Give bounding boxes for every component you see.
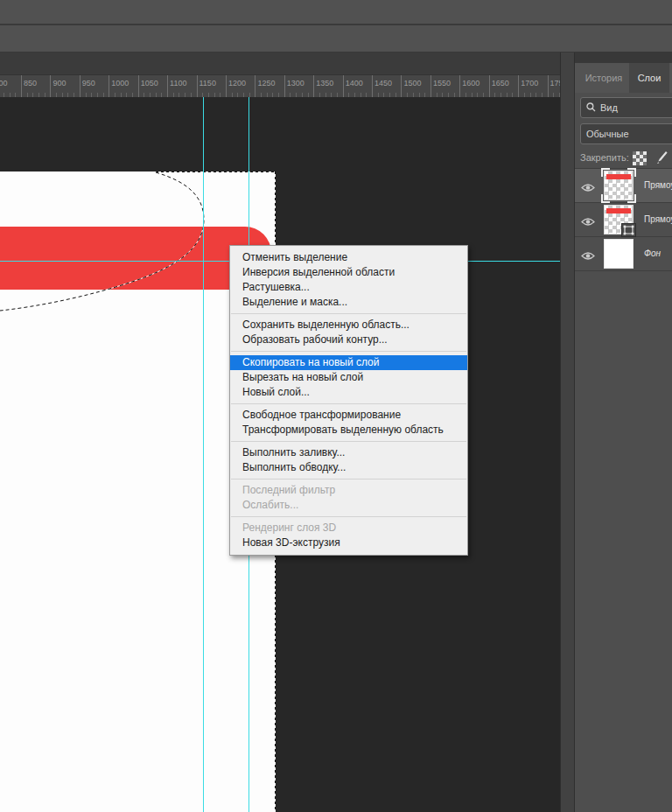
ruler-major-tick [80,75,80,97]
layer-name[interactable]: Прямоуг [644,180,672,190]
context-menu: Отменить выделениеИнверсия выделенной об… [229,245,468,556]
menu-divider [231,479,466,480]
ruler-tick-label: 1050 [141,79,158,88]
layer-row[interactable]: Фон [575,237,672,271]
layer-thumbnail[interactable] [604,205,634,234]
menu-item[interactable]: Вырезать на новый слой [230,370,467,385]
layer-name[interactable]: Прямоуг [644,214,672,224]
visibility-eye-icon[interactable] [581,248,595,264]
panel-gutter [561,52,574,812]
ruler-major-tick [255,75,256,97]
ruler-tick-label: 1550 [433,79,451,88]
ruler-tick-label: 1150 [200,79,216,88]
tool-options-bar[interactable] [0,25,672,52]
menu-item[interactable]: Отменить выделение [230,250,467,265]
ruler-major-tick [226,75,227,97]
panel-tab-strip: ИсторияСлои [575,63,672,93]
ruler-major-tick [167,75,168,97]
thumbnail-selection-bracket [601,194,610,203]
layer-filter-value: Вид [600,102,618,113]
ruler-major-tick [21,75,22,97]
lock-label: Закрепить: [580,152,629,163]
ruler-tick-label: 1650 [492,79,509,88]
search-icon [586,102,596,112]
menu-item[interactable]: Выполнить обводку... [230,460,467,475]
menu-divider [231,516,466,517]
lock-transparency-checker-icon[interactable] [633,151,647,165]
lock-paint-brush-icon[interactable] [655,150,668,164]
vector-shape-badge-icon [621,223,636,237]
ruler-tick-label: 1400 [346,79,363,88]
panel-tab-history[interactable]: История [580,63,627,93]
ruler-tick-label: 950 [82,79,95,88]
menu-item: Рендеринг слоя 3D [230,521,467,536]
menu-item: Последний фильтр [230,483,467,498]
ruler-tick-label: 1500 [403,79,421,88]
layer-thumbnail[interactable] [604,239,634,269]
layer-thumbnail-image [604,239,634,269]
ruler-tick-label: 1700 [521,79,538,88]
ruler-tick-label: 1350 [316,79,333,88]
ruler-major-tick [50,75,51,97]
menu-item[interactable]: Образовать рабочий контур... [230,332,467,347]
ruler-tick-label: 1300 [287,79,304,88]
visibility-eye-icon[interactable] [581,180,595,196]
menu-item[interactable]: Выделение и маска... [230,295,467,310]
menu-item-highlighted[interactable]: Скопировать на новый слой [230,355,467,370]
ruler-major-tick [401,75,402,97]
ruler-tick-label: 1450 [374,79,392,88]
vertical-guide[interactable] [203,97,204,812]
horizontal-ruler[interactable]: 8008509009501000105011001150120012501300… [0,74,560,98]
layer-name[interactable]: Фон [644,248,661,258]
ruler-tick-label: 900 [52,79,66,88]
ruler-tick-label: 1200 [228,79,246,88]
panel-header-strip [575,52,672,63]
menu-divider [231,403,466,404]
application-menu-bar[interactable] [0,0,672,25]
lock-options-row: Закрепить: [575,149,672,170]
ruler-tick-label: 850 [24,79,37,88]
menu-divider [231,351,466,352]
document-tab-strip [0,52,560,74]
thumbnail-selection-bracket [627,194,636,203]
menu-item: Ослабить... [230,498,467,513]
ruler-tick-label: 1250 [257,79,275,88]
ruler-major-tick [459,75,460,97]
menu-item[interactable]: Свободное трансформирование [230,408,467,423]
thumbnail-selection-bracket [601,168,610,177]
ruler-tick-label: 800 [0,79,8,88]
panel-tab-layers[interactable]: Слои [629,63,669,93]
ruler-major-tick [284,75,285,97]
thumbnail-selection-bracket [627,168,636,177]
ruler-tick-label: 1600 [462,79,480,88]
blend-mode-value: Обычные [586,129,629,139]
menu-divider [231,441,466,442]
ruler-major-tick [313,75,314,97]
ruler-tick-label: 1000 [111,79,129,88]
ruler-major-tick [197,75,198,97]
menu-item[interactable]: Трансформировать выделенную область [230,423,467,438]
ruler-major-tick [430,75,431,97]
layer-row[interactable]: Прямоуг [575,168,672,203]
layer-thumbnail[interactable] [604,171,634,200]
menu-item[interactable]: Сохранить выделенную область... [230,318,467,332]
ruler-major-tick [108,75,109,97]
blend-mode-select[interactable]: Обычные [580,123,672,144]
layers-panel: ИсторияСлои Вид Обычные Закрепить: Прямо… [574,52,672,812]
layers-list: ПрямоугПрямоугФон [575,168,672,271]
thumbnail-red-stripe [606,208,631,214]
menu-item[interactable]: Инверсия выделенной области [230,265,467,280]
ruler-major-tick [548,75,549,97]
ruler-major-tick [138,75,139,97]
layer-filter-field[interactable]: Вид [580,97,672,118]
ruler-major-tick [343,75,344,97]
ruler-major-tick [518,75,519,97]
visibility-eye-icon[interactable] [581,214,595,230]
menu-divider [231,313,466,314]
layer-row[interactable]: Прямоуг [575,203,672,237]
ruler-major-tick [372,75,373,97]
menu-item[interactable]: Новая 3D-экструзия [230,536,467,550]
menu-item[interactable]: Растушевка... [230,280,467,295]
menu-item[interactable]: Новый слой... [230,385,467,400]
menu-item[interactable]: Выполнить заливку... [230,445,467,460]
